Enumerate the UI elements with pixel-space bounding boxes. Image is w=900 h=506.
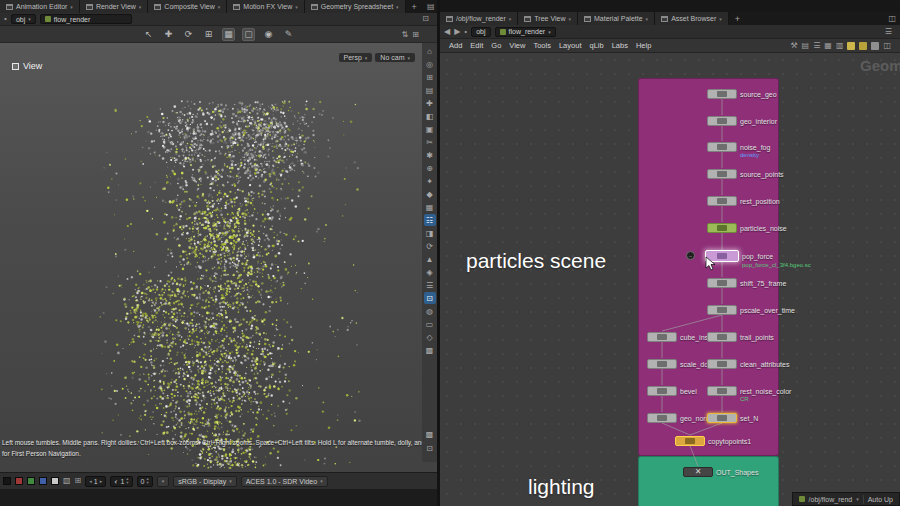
camera-select-button[interactable]: No cam ▾	[375, 53, 415, 62]
network-footer-path[interactable]: /obj/flow_rend	[809, 496, 853, 503]
forward-icon[interactable]: ▶	[454, 28, 460, 36]
scene-viewport[interactable]: View Persp ▾ No cam ▾ ⌂◎⊞▤✚◧▣✂✱⊕✦◆▦☷◨⟳▲◈…	[0, 43, 437, 472]
pin-icon[interactable]: ⬩	[4, 15, 7, 23]
snapshot-icon[interactable]: ⊡	[422, 15, 429, 23]
swatch-white[interactable]	[51, 477, 59, 485]
display-option-icon[interactable]: ▭	[424, 318, 436, 330]
pin-icon[interactable]: ⬩	[464, 28, 467, 36]
display-option-icon[interactable]: ◇	[424, 331, 436, 343]
display-option-icon[interactable]: ☷	[424, 214, 436, 226]
checker-background-icon[interactable]: ▧	[63, 477, 71, 485]
flag-olive-icon[interactable]	[859, 42, 867, 50]
network-node-OUT_Shapes[interactable]: ✕OUT_Shapes	[683, 467, 713, 477]
pane-tab-asset-browser[interactable]: Asset Browser▾	[655, 12, 729, 25]
menu-help[interactable]: Help	[632, 41, 655, 50]
network-node-clean_attributes[interactable]: clean_attributes	[707, 359, 737, 369]
display-option-icon[interactable]: ⌂	[424, 45, 436, 57]
network-node-chip[interactable]: flow_render ▾	[495, 27, 556, 37]
view-transform-dropdown[interactable]: ACES 1.0 - SDR Video ▾	[241, 476, 328, 487]
grid-snap-icon[interactable]: ⊞	[412, 30, 419, 39]
persp-view-button[interactable]: Persp ▾	[339, 53, 373, 62]
display-colorspace-dropdown[interactable]: sRGB - Display ▾	[173, 476, 236, 487]
viewport-tool-icon[interactable]: ▦	[222, 28, 235, 41]
network-context-chip[interactable]: obj	[471, 27, 490, 37]
network-node-rest_position[interactable]: rest_position	[707, 196, 737, 206]
new-tab-button[interactable]: +	[729, 12, 746, 25]
display-option-icon[interactable]: ◧	[424, 110, 436, 122]
grid-view-icon[interactable]: ▦	[824, 42, 832, 50]
new-tab-button[interactable]: +	[406, 0, 423, 13]
pane-tab-tree-view[interactable]: Tree View▾	[518, 12, 578, 25]
viewport-tool-icon[interactable]: ◉	[262, 28, 275, 41]
menu-labs[interactable]: Labs	[608, 41, 632, 50]
pane-tab-render-view[interactable]: Render View▾	[80, 0, 148, 13]
tools-icon[interactable]: ⚒	[790, 42, 797, 50]
network-node-pscale_over_time[interactable]: pscale_over_time	[707, 305, 737, 315]
list-view-icon[interactable]: ▤	[802, 42, 810, 50]
hamburger-menu-icon[interactable]: ☰	[885, 28, 892, 36]
network-node-set_N[interactable]: set_N	[707, 413, 737, 423]
context-dropdown[interactable]: obj ▾	[11, 14, 36, 24]
menu-qlib[interactable]: qLib	[585, 41, 607, 50]
pane-tab-composite-view[interactable]: Composite View▾	[148, 0, 227, 13]
pane-tab-motion-fx-view[interactable]: Motion FX View▾	[227, 0, 304, 13]
network-node-geo_normal[interactable]: geo_normal	[647, 413, 677, 423]
display-option-icon[interactable]: ☰	[424, 279, 436, 291]
pane-tab--obj-flow-render[interactable]: /obj/flow_render▾	[440, 12, 518, 25]
viewport-tool-icon[interactable]: ▢	[242, 28, 255, 41]
display-option-icon[interactable]: ◆	[424, 188, 436, 200]
pane-divider[interactable]	[437, 0, 440, 506]
exposure-field[interactable]: ◐ 1 ▴▾	[110, 476, 132, 487]
menu-go[interactable]: Go	[487, 41, 505, 50]
viewport-tool-icon[interactable]: ↖	[142, 28, 155, 41]
pane-layout-icon[interactable]: ▤	[427, 3, 435, 11]
network-node-source_geo[interactable]: source_geo	[707, 89, 737, 99]
gamma-field[interactable]: 0 ▴▾	[137, 476, 153, 487]
viewport-tool-icon[interactable]: ⟳	[182, 28, 195, 41]
pane-tab-material-palette[interactable]: Material Palette▾	[578, 12, 655, 25]
gamma-stepper[interactable]: ▴▾	[147, 477, 149, 486]
frame-next-icon[interactable]: ▸	[100, 478, 103, 484]
frame-field[interactable]: ◂ 1 ▸	[85, 476, 106, 487]
split-pane-icon[interactable]: ◫	[888, 15, 896, 23]
network-node-cube_instance[interactable]: cube_instance	[647, 332, 677, 342]
flag-yellow-icon[interactable]	[847, 42, 855, 50]
display-option-icon[interactable]: ▦	[424, 201, 436, 213]
swatch-black[interactable]	[3, 477, 11, 485]
swatch-blue[interactable]	[39, 477, 47, 485]
display-option-icon[interactable]: ⊡	[424, 292, 436, 304]
background-icon[interactable]: ⊡	[424, 442, 436, 454]
thumbnail-view-icon[interactable]: ▥	[836, 42, 844, 50]
network-node-scale_down[interactable]: scale_down	[647, 359, 677, 369]
snap-icon[interactable]: ⇅	[402, 30, 409, 39]
network-node-shift_75_frame[interactable]: shift_75_frame	[707, 278, 737, 288]
menu-tools[interactable]: Tools	[529, 41, 555, 50]
display-option-icon[interactable]: ◎	[424, 58, 436, 70]
flag-gray-icon[interactable]	[871, 42, 879, 50]
display-option-icon[interactable]: ✚	[424, 97, 436, 109]
display-option-icon[interactable]: ✦	[424, 175, 436, 187]
network-node-rest_noise_color[interactable]: rest_noise_colorCR	[707, 386, 737, 396]
swatch-red[interactable]	[15, 477, 23, 485]
network-node-copytopoints1[interactable]: copytopoints1	[675, 436, 705, 446]
menu-layout[interactable]: Layout	[555, 41, 586, 50]
viewport-tool-icon[interactable]: ✎	[282, 28, 295, 41]
display-option-icon[interactable]: ◈	[424, 266, 436, 278]
back-icon[interactable]: ◀	[444, 28, 450, 36]
menu-edit[interactable]: Edit	[466, 41, 487, 50]
menu-view[interactable]: View	[505, 41, 529, 50]
frame-prev-icon[interactable]: ◂	[89, 478, 92, 484]
node-path-field[interactable]: flow_render	[40, 14, 132, 24]
inspect-icon[interactable]: ⊞	[75, 477, 82, 485]
display-option-icon[interactable]: ◨	[424, 227, 436, 239]
display-option-icon[interactable]: ◍	[424, 305, 436, 317]
display-option-icon[interactable]: ▤	[424, 84, 436, 96]
pane-tab-geometry-spreadsheet[interactable]: Geometry Spreadsheet▾	[305, 0, 406, 13]
network-node-geo_interior[interactable]: geo_interior	[707, 116, 737, 126]
network-node-bevel[interactable]: bevel	[647, 386, 677, 396]
display-option-icon[interactable]: ✂	[424, 136, 436, 148]
network-node-noise_fog[interactable]: noise_fogdensity	[707, 142, 737, 152]
network-node-trail_points[interactable]: trail_points	[707, 332, 737, 342]
display-option-icon[interactable]: ▩	[424, 344, 436, 356]
display-option-icon[interactable]: ✱	[424, 149, 436, 161]
